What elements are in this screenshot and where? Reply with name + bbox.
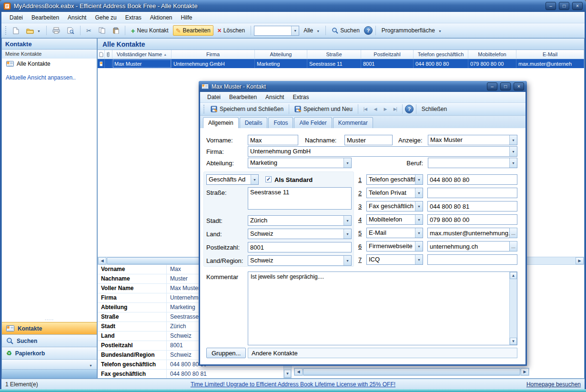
website-more-button[interactable]: ... [509,241,517,251]
sidebar-item-alle-kontakte[interactable]: Alle Kontakte [2,59,97,69]
previous-record-button[interactable]: ◀ [371,105,380,113]
scrollbar-thumb[interactable] [107,257,202,264]
dialog-close-button[interactable]: × [514,82,524,90]
chevron-down-icon[interactable] [415,215,423,224]
print-button[interactable] [50,25,63,36]
scroll-right-arrow-icon[interactable] [521,368,529,375]
channel-number[interactable]: 1 [358,176,362,183]
land-combo[interactable]: Schweiz [248,229,352,239]
dialog-title-bar[interactable]: Max Muster - Kontakt – □ × [199,81,527,92]
paste-button[interactable] [110,25,122,36]
kommentar-textarea[interactable]: Ist jeweils sehr gesprächig.... [248,272,509,345]
search-button[interactable]: Suchen [329,25,363,36]
chevron-down-icon[interactable] [415,188,423,198]
chevron-down-icon[interactable] [344,158,351,168]
chevron-down-icon[interactable] [344,229,351,239]
scroll-right-arrow-icon[interactable] [576,257,584,264]
chevron-down-icon[interactable] [509,147,517,156]
open-file-button[interactable] [23,25,43,36]
channel-type-combo[interactable]: Telefon geschäftlich [366,174,423,185]
dialog-menu-ansicht[interactable]: Ansicht [261,92,288,102]
chevron-down-icon[interactable] [509,158,517,168]
edit-contact-button[interactable]: ✎Bearbeiten [173,25,213,36]
cell-firma[interactable]: Unternehmung GmbH [172,59,255,68]
channel-number[interactable]: 2 [358,190,362,197]
nachname-input[interactable] [344,135,393,145]
menu-hilfe[interactable]: Hilfe [177,12,197,23]
copy-button[interactable] [96,25,108,36]
anzeige-combo[interactable]: Max Muster [428,135,517,145]
customize-view-link[interactable]: Aktuelle Ansicht anpassen.. [2,69,97,81]
tab-allgemein[interactable]: Allgemein [203,117,239,129]
chevron-down-icon[interactable] [89,360,92,369]
channel-number[interactable]: 6 [358,243,362,250]
nav-papierkorb[interactable]: ♻ Papierkorb [2,347,97,359]
save-and-new-button[interactable]: Speichern und Neu [292,105,355,114]
channel-type-combo[interactable]: Mobiltelefon [366,214,423,225]
channel-number[interactable]: 7 [358,256,362,263]
gruppen-button[interactable]: Gruppen... [206,348,246,358]
chevron-down-icon[interactable] [415,201,423,211]
vorname-input[interactable] [248,135,298,145]
channel-value-input[interactable] [427,174,517,185]
cell-mobil[interactable]: 079 800 80 00 [468,59,516,68]
chevron-down-icon[interactable] [415,175,423,184]
save-and-close-button[interactable]: Speichern und Schließen [208,105,286,114]
cell-telefon[interactable]: 044 800 80 80 [414,59,468,68]
menu-bearbeiten[interactable]: Bearbeiten [27,12,63,23]
chevron-down-icon[interactable] [251,175,258,184]
email-more-button[interactable]: ... [509,228,517,238]
dialog-menu-extras[interactable]: Extras [288,92,313,102]
nav-suchen[interactable]: Suchen [2,334,97,347]
tab-fotos[interactable]: Fotos [268,117,293,128]
search-scope-dropdown[interactable]: Alle [301,25,323,36]
scroll-left-arrow-icon[interactable] [294,368,303,375]
chevron-down-icon[interactable] [415,241,423,251]
attachment-column-icon[interactable] [105,50,112,59]
column-strasse[interactable]: Straße [307,50,361,59]
abteilung-combo[interactable]: Marketing [248,158,352,168]
stadt-combo[interactable]: Zürich [248,215,352,226]
scroll-down-arrow-icon[interactable] [284,370,291,378]
channel-number[interactable]: 5 [358,230,362,237]
contact-row-selected[interactable]: Max Muster Unternehmung GmbH Marketing S… [98,59,584,68]
dialog-maximize-button[interactable]: □ [500,82,511,90]
als-standard-checkbox[interactable] [265,176,272,182]
title-bar[interactable]: MyAddressBook.eabx - Efficient Address B… [0,0,586,12]
channel-type-combo[interactable]: Firmenwebseite [366,241,423,251]
cell-plz[interactable]: 8001 [361,59,414,68]
channel-type-combo[interactable]: ICQ [366,254,423,265]
chevron-down-icon[interactable] [37,27,40,34]
quick-search-combo[interactable] [254,26,299,36]
channel-value-input[interactable] [427,228,517,238]
tab-kommentar[interactable]: Kommentar [333,117,373,128]
menu-aktionen[interactable]: Aktionen [146,12,177,23]
dialog-help-button[interactable]: ? [405,105,414,113]
last-record-button[interactable]: ▶| [391,105,400,113]
chevron-down-icon[interactable] [415,255,423,264]
chevron-down-icon[interactable] [291,26,299,35]
channel-type-combo[interactable]: Telefon Privat [366,188,423,198]
menu-extras[interactable]: Extras [121,12,146,23]
chevron-down-icon[interactable] [344,256,351,265]
nav-kontakte[interactable]: Kontakte [2,322,97,334]
chevron-down-icon[interactable] [344,216,351,225]
menu-gehe-zu[interactable]: Gehe zu [91,12,121,23]
channel-type-combo[interactable]: Fax geschäftlich [366,201,423,211]
column-vollstaendiger-name[interactable]: Vollständiger Name [112,50,172,59]
upgrade-promo-link[interactable]: Time Limited! Upgrade to Efficient Addre… [1,381,585,388]
address-type-combo[interactable]: Geschäfts Ad [206,174,259,185]
channel-value-input[interactable] [427,254,517,265]
scrollbar-thumb[interactable] [303,368,520,375]
scroll-down-arrow-icon[interactable] [510,338,517,345]
chevron-down-icon[interactable] [509,135,517,145]
strasse-textarea[interactable]: Seestrasse 11 [248,187,352,210]
channel-number[interactable]: 4 [358,216,362,223]
new-contact-button[interactable]: +Neu Kontakt [128,25,172,36]
menu-ansicht[interactable]: Ansicht [63,12,91,23]
cell-email[interactable]: max.muster@unterneh [516,59,584,68]
column-mobiltelefon[interactable]: Mobiltelefon [468,50,516,59]
column-postleitzahl[interactable]: Postleitzahl [361,50,414,59]
column-firma[interactable]: Firma [172,50,255,59]
cut-button[interactable]: ✂ [83,25,94,36]
